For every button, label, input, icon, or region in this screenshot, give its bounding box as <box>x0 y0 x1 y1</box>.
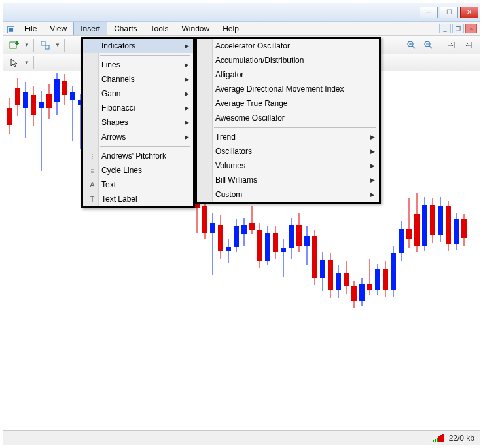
window-maximize-button[interactable]: ☐ <box>440 7 458 18</box>
menu-item[interactable]: Awesome Oscillator <box>197 111 379 125</box>
menu-item-label: Lines <box>101 60 120 69</box>
menu-item-label: Cycle Lines <box>101 166 142 175</box>
menu-item[interactable]: Bill Williams▶ <box>197 173 379 187</box>
menu-item-label: Accelerator Oscillator <box>215 41 290 50</box>
submenu-arrow-icon: ▶ <box>370 148 375 155</box>
dropdown-arrow-icon[interactable]: ▼ <box>24 42 29 48</box>
submenu-arrow-icon: ▶ <box>185 62 189 68</box>
menu-help[interactable]: Help <box>216 22 245 35</box>
new-chart-button[interactable] <box>7 38 22 52</box>
menu-item-label: Channels <box>101 75 135 84</box>
menu-item-label: Text Label <box>101 195 137 204</box>
menu-item[interactable]: Channels▶ <box>83 72 193 86</box>
insert-dropdown: Indicators▶Lines▶Channels▶Gann▶Fibonacci… <box>81 37 195 208</box>
menu-item-label: Andrews' Pitchfork <box>101 151 166 160</box>
menu-item-label: Text <box>101 180 116 189</box>
window-close-button[interactable]: ✕ <box>460 7 478 18</box>
menu-item[interactable]: Volumes▶ <box>197 159 379 173</box>
submenu-arrow-icon: ▶ <box>370 191 375 198</box>
indicators-submenu: Accelerator OscillatorAccumulation/Distr… <box>195 37 381 204</box>
menu-item[interactable]: Shapes▶ <box>83 115 193 130</box>
menu-item[interactable]: ⦙⦙Cycle Lines <box>83 163 193 177</box>
menu-item[interactable]: Lines▶ <box>83 58 193 72</box>
zoom-in-button[interactable] <box>404 38 419 52</box>
menu-item-label: Arrows <box>101 132 126 141</box>
doc-minimize-button[interactable]: _ <box>439 24 451 33</box>
menubar: ▣ File View Insert Charts Tools Window H… <box>3 22 480 36</box>
submenu-arrow-icon: ▶ <box>370 162 375 169</box>
menu-view[interactable]: View <box>43 22 73 35</box>
menu-item[interactable]: Arrows▶ <box>83 130 193 144</box>
connection-bars-icon <box>433 434 444 442</box>
submenu-arrow-icon: ▶ <box>185 76 189 83</box>
menu-item[interactable]: Indicators▶ <box>83 39 193 53</box>
auto-scroll-button[interactable] <box>461 38 476 52</box>
submenu-arrow-icon: ▶ <box>185 90 189 97</box>
dropdown-arrow-icon[interactable]: ▼ <box>55 42 60 48</box>
menu-item-label: Awesome Oscillator <box>215 113 285 122</box>
menu-file[interactable]: File <box>18 22 43 35</box>
submenu-arrow-icon: ▶ <box>185 105 189 111</box>
menu-item[interactable]: TText Label <box>83 192 193 206</box>
submenu-arrow-icon: ▶ <box>185 43 189 49</box>
menu-item-label: Oscillators <box>215 147 252 156</box>
menu-item-label: Indicators <box>101 41 135 50</box>
chart-shift-button[interactable] <box>444 38 459 52</box>
titlebar: ─ ☐ ✕ <box>3 3 480 22</box>
menu-item-label: Fibonacci <box>101 103 135 113</box>
menu-item-label: Custom <box>215 190 242 199</box>
window-minimize-button[interactable]: ─ <box>420 7 438 18</box>
menu-item[interactable]: ⫶Andrews' Pitchfork <box>83 149 193 163</box>
menu-item-label: Average True Range <box>215 99 288 108</box>
profiles-button[interactable] <box>38 38 52 52</box>
menu-item[interactable]: Oscillators▶ <box>197 144 379 159</box>
statusbar: 22/0 kb <box>3 430 480 445</box>
menu-insert[interactable]: Insert <box>73 22 107 35</box>
menu-item-label: Shapes <box>101 118 128 127</box>
svg-rect-2 <box>45 45 49 49</box>
menu-item-label: Bill Williams <box>215 176 257 185</box>
menu-item-label: Trend <box>215 132 236 141</box>
menu-item[interactable]: Custom▶ <box>197 187 379 202</box>
zoom-out-button[interactable] <box>421 38 436 52</box>
doc-restore-button[interactable]: ❐ <box>452 24 464 33</box>
menu-window[interactable]: Window <box>175 22 217 35</box>
menu-item[interactable]: Average True Range <box>197 96 379 111</box>
menu-item-label: Accumulation/Distribution <box>215 56 304 65</box>
menu-charts[interactable]: Charts <box>107 22 143 35</box>
menu-item[interactable]: Gann▶ <box>83 86 193 101</box>
menu-item-label: Average Directional Movement Index <box>215 84 344 94</box>
menu-item-label: Gann <box>101 89 120 98</box>
connection-status: 22/0 kb <box>449 434 474 443</box>
A-icon: A <box>87 181 98 189</box>
cycle-icon: ⦙⦙ <box>87 166 98 175</box>
menu-item[interactable]: Accumulation/Distribution <box>197 53 379 67</box>
menu-item[interactable]: Average Directional Movement Index <box>197 82 379 96</box>
submenu-arrow-icon: ▶ <box>370 177 375 183</box>
submenu-arrow-icon: ▶ <box>185 134 189 140</box>
menu-item-label: Volumes <box>215 161 245 170</box>
submenu-arrow-icon: ▶ <box>370 134 375 140</box>
menu-item[interactable]: Accelerator Oscillator <box>197 39 379 53</box>
T-icon: T <box>87 195 98 203</box>
menu-item[interactable]: AText <box>83 177 193 192</box>
svg-rect-1 <box>41 41 45 45</box>
submenu-arrow-icon: ▶ <box>185 119 189 126</box>
menu-item[interactable]: Fibonacci▶ <box>83 101 193 115</box>
dropdown-arrow-icon[interactable]: ▼ <box>24 60 29 65</box>
menu-item-label: Alligator <box>215 70 243 79</box>
menu-tools[interactable]: Tools <box>144 22 175 35</box>
app-icon: ▣ <box>3 22 18 35</box>
menu-item[interactable]: Alligator <box>197 67 379 82</box>
cursor-button[interactable] <box>7 56 22 70</box>
doc-close-button[interactable]: × <box>465 24 477 33</box>
pitchfork-icon: ⫶ <box>87 152 98 160</box>
menu-item[interactable]: Trend▶ <box>197 130 379 144</box>
